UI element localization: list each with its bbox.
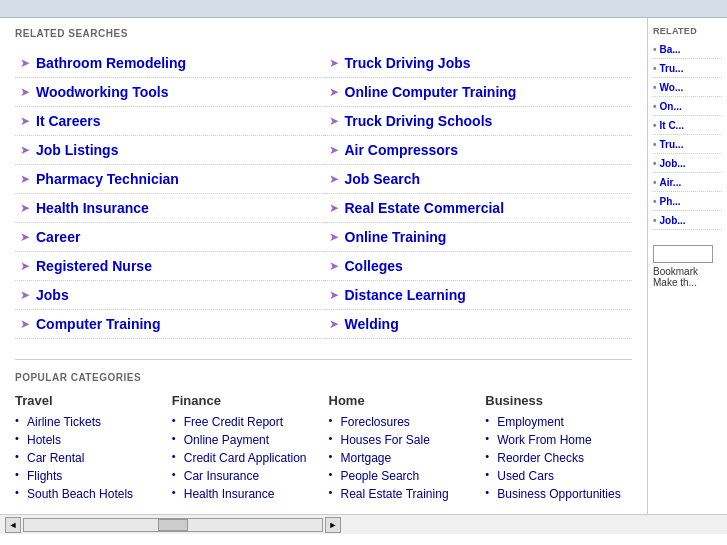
list-item: Car Rental: [15, 450, 162, 465]
category-link[interactable]: Employment: [497, 415, 564, 429]
sidebar-dot: •: [653, 158, 657, 169]
sidebar-link-6[interactable]: •Job...: [653, 158, 722, 173]
sidebar-link-1[interactable]: •Tru...: [653, 63, 722, 78]
search-item-left-8: ➤Jobs: [15, 281, 324, 310]
list-item: Credit Card Application: [172, 450, 319, 465]
category-link[interactable]: Work From Home: [497, 433, 591, 447]
popular-categories-grid: TravelAirline TicketsHotelsCar RentalFli…: [15, 393, 632, 504]
search-item-left-5: ➤Health Insurance: [15, 194, 324, 223]
search-link[interactable]: Welding: [345, 316, 399, 332]
category-link[interactable]: South Beach Hotels: [27, 487, 133, 501]
list-item: Health Insurance: [172, 486, 319, 501]
bookmark-section: Bookmark Make th...: [653, 245, 722, 288]
category-title-1: Finance: [172, 393, 319, 408]
search-link[interactable]: Truck Driving Schools: [345, 113, 493, 129]
search-item-left-1: ➤Woodworking Tools: [15, 78, 324, 107]
search-link[interactable]: Registered Nurse: [36, 258, 152, 274]
list-item: Mortgage: [329, 450, 476, 465]
category-link[interactable]: Car Insurance: [184, 469, 259, 483]
sidebar-link-2[interactable]: •Wo...: [653, 82, 722, 97]
search-link[interactable]: Truck Driving Jobs: [345, 55, 471, 71]
arrow-icon: ➤: [329, 317, 339, 331]
category-link[interactable]: Mortgage: [341, 451, 392, 465]
arrow-icon: ➤: [20, 259, 30, 273]
scroll-thumb[interactable]: [158, 519, 188, 531]
search-item-right-1: ➤Online Computer Training: [324, 78, 633, 107]
sidebar-link-4[interactable]: •It C...: [653, 120, 722, 135]
sidebar-dot: •: [653, 44, 657, 55]
arrow-icon: ➤: [329, 172, 339, 186]
category-link[interactable]: Airline Tickets: [27, 415, 101, 429]
category-link[interactable]: People Search: [341, 469, 420, 483]
scroll-right-btn[interactable]: ►: [325, 517, 341, 533]
arrow-icon: ➤: [20, 114, 30, 128]
search-link[interactable]: Jobs: [36, 287, 69, 303]
category-link[interactable]: Reorder Checks: [497, 451, 584, 465]
sidebar-link-9[interactable]: •Job...: [653, 215, 722, 230]
list-item: Real Estate Training: [329, 486, 476, 501]
search-item-right-8: ➤Distance Learning: [324, 281, 633, 310]
category-link[interactable]: Business Opportunities: [497, 487, 620, 501]
category-link[interactable]: Health Insurance: [184, 487, 275, 501]
arrow-icon: ➤: [329, 143, 339, 157]
sidebar-dot: •: [653, 196, 657, 207]
search-link[interactable]: Bathroom Remodeling: [36, 55, 186, 71]
sidebar-link-8[interactable]: •Ph...: [653, 196, 722, 211]
search-link[interactable]: Career: [36, 229, 80, 245]
arrow-icon: ➤: [329, 230, 339, 244]
category-link[interactable]: Flights: [27, 469, 62, 483]
sidebar-link-3[interactable]: •On...: [653, 101, 722, 116]
search-link[interactable]: Online Computer Training: [345, 84, 517, 100]
search-link[interactable]: Online Training: [345, 229, 447, 245]
search-item-right-0: ➤Truck Driving Jobs: [324, 49, 633, 78]
popular-categories-label: POPULAR CATEGORIES: [15, 372, 632, 383]
related-searches-label: RELATED SEARCHES: [15, 28, 632, 39]
arrow-icon: ➤: [329, 201, 339, 215]
sidebar-link-0[interactable]: •Ba...: [653, 44, 722, 59]
scroll-track[interactable]: [23, 518, 323, 532]
arrow-icon: ➤: [329, 259, 339, 273]
arrow-icon: ➤: [329, 114, 339, 128]
sidebar-link-7[interactable]: •Air...: [653, 177, 722, 192]
sidebar-link-5[interactable]: •Tru...: [653, 139, 722, 154]
category-link[interactable]: Real Estate Training: [341, 487, 449, 501]
search-item-left-0: ➤Bathroom Remodeling: [15, 49, 324, 78]
list-item: Flights: [15, 468, 162, 483]
search-link[interactable]: Job Listings: [36, 142, 118, 158]
list-item: Car Insurance: [172, 468, 319, 483]
category-link[interactable]: Houses For Sale: [341, 433, 430, 447]
related-searches-section: RELATED SEARCHES ➤Bathroom Remodeling➤Tr…: [15, 28, 632, 339]
search-link[interactable]: Health Insurance: [36, 200, 149, 216]
category-link[interactable]: Used Cars: [497, 469, 554, 483]
sidebar-dot: •: [653, 63, 657, 74]
search-item-right-6: ➤Online Training: [324, 223, 633, 252]
search-link[interactable]: Distance Learning: [345, 287, 466, 303]
bookmark-text2: Make th...: [653, 277, 722, 288]
sidebar-dot: •: [653, 215, 657, 226]
search-link[interactable]: Job Search: [345, 171, 420, 187]
list-item: Work From Home: [485, 432, 632, 447]
bookmark-input[interactable]: [653, 245, 713, 263]
search-link[interactable]: Colleges: [345, 258, 403, 274]
search-link[interactable]: Real Estate Commercial: [345, 200, 505, 216]
search-link[interactable]: Pharmacy Technician: [36, 171, 179, 187]
scroll-left-btn[interactable]: ◄: [5, 517, 21, 533]
category-link[interactable]: Free Credit Report: [184, 415, 283, 429]
list-item: Business Opportunities: [485, 486, 632, 501]
category-link[interactable]: Online Payment: [184, 433, 269, 447]
category-link[interactable]: Hotels: [27, 433, 61, 447]
arrow-icon: ➤: [329, 85, 339, 99]
category-link[interactable]: Credit Card Application: [184, 451, 307, 465]
search-item-left-7: ➤Registered Nurse: [15, 252, 324, 281]
sidebar-dot: •: [653, 120, 657, 131]
arrow-icon: ➤: [20, 317, 30, 331]
category-link[interactable]: Foreclosures: [341, 415, 410, 429]
category-link[interactable]: Car Rental: [27, 451, 84, 465]
search-link[interactable]: Computer Training: [36, 316, 160, 332]
search-link[interactable]: It Careers: [36, 113, 101, 129]
category-title-2: Home: [329, 393, 476, 408]
search-link[interactable]: Air Compressors: [345, 142, 459, 158]
arrow-icon: ➤: [20, 56, 30, 70]
arrow-icon: ➤: [20, 288, 30, 302]
search-link[interactable]: Woodworking Tools: [36, 84, 168, 100]
